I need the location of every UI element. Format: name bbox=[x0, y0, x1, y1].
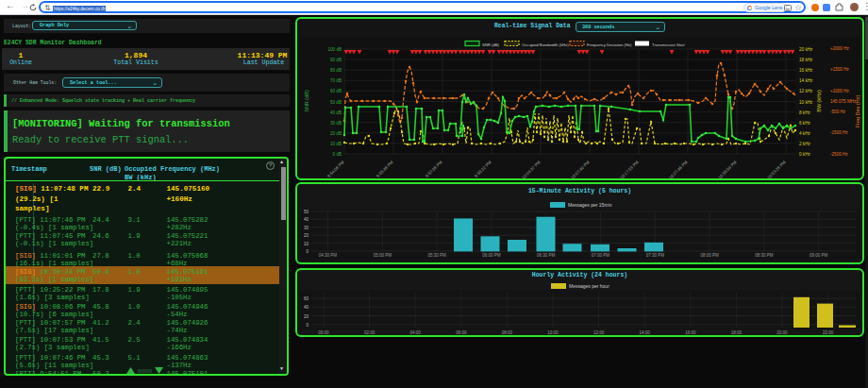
svg-text:02:00: 02:00 bbox=[364, 330, 376, 335]
svg-text:100 dB: 100 dB bbox=[327, 47, 342, 52]
svg-text:SNR (dB): SNR (dB) bbox=[304, 90, 309, 112]
svg-text:20:00: 20:00 bbox=[776, 330, 788, 335]
svg-text:60 dB: 60 dB bbox=[330, 89, 342, 93]
svg-text:-2500 Hz: -2500 Hz bbox=[830, 152, 848, 157]
svg-text:40 dB: 40 dB bbox=[330, 110, 342, 115]
svg-text:-500 Hz: -500 Hz bbox=[830, 110, 846, 114]
svg-text:00:00: 00:00 bbox=[318, 330, 329, 335]
svg-text:30: 30 bbox=[304, 226, 309, 230]
svg-text:30 dB: 30 dB bbox=[330, 121, 342, 126]
svg-text:145.075 MHz: 145.075 MHz bbox=[830, 99, 857, 104]
svg-text:40: 40 bbox=[304, 305, 309, 310]
svg-text:50: 50 bbox=[304, 210, 309, 214]
svg-text:22:00: 22:00 bbox=[823, 330, 834, 335]
svg-text:20: 20 bbox=[304, 233, 309, 238]
svg-text:Transmission Start: Transmission Start bbox=[652, 42, 686, 47]
svg-text:08:30 PM: 08:30 PM bbox=[755, 253, 774, 258]
svg-text:10: 10 bbox=[304, 242, 309, 246]
svg-text:16 kHz: 16 kHz bbox=[799, 68, 813, 73]
svg-text:18 kHz: 18 kHz bbox=[799, 58, 813, 62]
svg-text:06:00: 06:00 bbox=[456, 330, 467, 335]
svg-text:16:00: 16:00 bbox=[685, 330, 696, 335]
svg-text:05:30 PM: 05:30 PM bbox=[427, 253, 446, 258]
svg-text:05:00 PM: 05:00 PM bbox=[374, 253, 392, 258]
svg-text:+1500 Hz: +1500 Hz bbox=[830, 67, 849, 72]
svg-text:70 dB: 70 dB bbox=[330, 78, 342, 83]
svg-text:Occupied Bandwidth (kHz): Occupied Bandwidth (kHz) bbox=[522, 42, 569, 47]
svg-text:+1000 Hz: +1000 Hz bbox=[830, 89, 849, 93]
svg-text:04:00: 04:00 bbox=[410, 330, 422, 335]
svg-text:08:00: 08:00 bbox=[502, 330, 513, 335]
svg-text:Frequency Deviation (Hz): Frequency Deviation (Hz) bbox=[587, 42, 632, 47]
svg-text:04:30 PM: 04:30 PM bbox=[319, 253, 338, 258]
svg-text:12 kHz: 12 kHz bbox=[799, 89, 813, 93]
svg-text:10 kHz: 10 kHz bbox=[799, 100, 813, 105]
svg-text:-1500 Hz: -1500 Hz bbox=[830, 130, 848, 135]
svg-text:90 dB: 90 dB bbox=[330, 58, 342, 62]
svg-text:2 kHz: 2 kHz bbox=[799, 142, 810, 146]
svg-text:07:30 PM: 07:30 PM bbox=[646, 253, 665, 258]
svg-text:09:00 PM: 09:00 PM bbox=[810, 253, 828, 258]
svg-text:10 dB: 10 dB bbox=[330, 142, 342, 146]
svg-text:Freq Dev (Hz): Freq Dev (Hz) bbox=[855, 95, 860, 128]
svg-text:12:00: 12:00 bbox=[593, 330, 605, 335]
svg-text:14:00: 14:00 bbox=[640, 330, 651, 335]
svg-text:6 kHz: 6 kHz bbox=[799, 121, 810, 126]
svg-text:SNR (dB): SNR (dB) bbox=[482, 42, 500, 47]
svg-text:06:00 PM: 06:00 PM bbox=[482, 253, 501, 258]
svg-text:18:00: 18:00 bbox=[731, 330, 743, 335]
svg-text:8 kHz: 8 kHz bbox=[799, 110, 810, 115]
svg-text:06:30 PM: 06:30 PM bbox=[537, 253, 556, 258]
svg-text:80 dB: 80 dB bbox=[330, 68, 342, 73]
svg-text:+2000 Hz: +2000 Hz bbox=[830, 46, 849, 51]
svg-text:60: 60 bbox=[304, 296, 309, 301]
svg-text:4 kHz: 4 kHz bbox=[799, 131, 810, 136]
svg-text:08:00 PM: 08:00 PM bbox=[700, 253, 719, 258]
svg-text:40: 40 bbox=[304, 217, 309, 222]
svg-text:50 dB: 50 dB bbox=[330, 100, 342, 105]
svg-text:20 dB: 20 dB bbox=[330, 131, 342, 136]
svg-text:20 kHz: 20 kHz bbox=[799, 47, 813, 52]
svg-text:07:00 PM: 07:00 PM bbox=[592, 253, 610, 258]
svg-text:0 dB: 0 dB bbox=[333, 152, 342, 157]
svg-text:14 kHz: 14 kHz bbox=[799, 78, 813, 83]
svg-text:0 kHz: 0 kHz bbox=[799, 152, 810, 157]
svg-text:10:00: 10:00 bbox=[547, 330, 559, 335]
svg-text:BW (kHz): BW (kHz) bbox=[816, 90, 822, 112]
svg-text:20: 20 bbox=[304, 314, 309, 319]
